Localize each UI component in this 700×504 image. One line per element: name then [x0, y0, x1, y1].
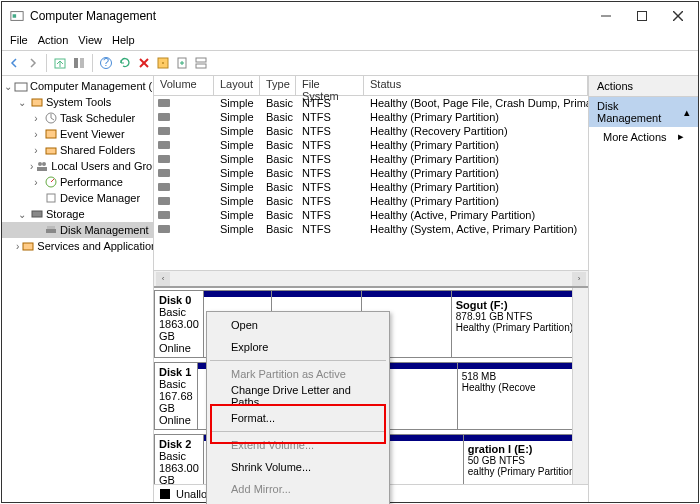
- col-layout[interactable]: Layout: [214, 76, 260, 95]
- menu-action[interactable]: Action: [38, 34, 69, 46]
- tree-event-viewer[interactable]: ›Event Viewer: [2, 126, 153, 142]
- volume-row[interactable]: SimpleBasicNTFSHealthy (System, Active, …: [154, 222, 588, 236]
- svg-rect-17: [196, 64, 206, 68]
- actions-pane: Actions Disk Management▴ More Actions▸: [588, 76, 698, 502]
- minimize-button[interactable]: [588, 3, 624, 29]
- volume-list: Volume Layout Type File System Status Si…: [154, 76, 588, 286]
- layout-icon[interactable]: [193, 55, 209, 71]
- nav-tree: ⌄Computer Management (Local ⌄System Tool…: [2, 76, 154, 502]
- show-hide-icon[interactable]: [71, 55, 87, 71]
- actions-header: Actions: [589, 76, 698, 97]
- menu-view[interactable]: View: [78, 34, 102, 46]
- ctx-shrink-volume[interactable]: Shrink Volume...: [209, 456, 387, 478]
- svg-rect-27: [47, 194, 55, 202]
- close-button[interactable]: [660, 3, 696, 29]
- tree-performance[interactable]: ›Performance: [2, 174, 153, 190]
- back-icon[interactable]: [6, 55, 22, 71]
- tree-system-tools[interactable]: ⌄System Tools: [2, 94, 153, 110]
- maximize-button[interactable]: [624, 3, 660, 29]
- forward-icon[interactable]: [25, 55, 41, 71]
- titlebar: Computer Management: [2, 2, 698, 30]
- legend-swatch-unallocated: [160, 489, 170, 499]
- svg-rect-30: [47, 226, 55, 229]
- tree-root[interactable]: ⌄Computer Management (Local: [2, 78, 153, 94]
- ctx-change-letter[interactable]: Change Drive Letter and Paths...: [209, 385, 387, 407]
- svg-rect-16: [196, 58, 206, 62]
- delete-icon[interactable]: [136, 55, 152, 71]
- window-title: Computer Management: [30, 9, 156, 23]
- disk-header[interactable]: Disk 2Basic1863.00 GBOnline: [154, 434, 203, 484]
- svg-point-24: [42, 162, 46, 166]
- svg-rect-22: [46, 148, 56, 154]
- volume-row[interactable]: SimpleBasicNTFSHealthy (Primary Partitio…: [154, 138, 588, 152]
- ctx-format[interactable]: Format...: [209, 407, 387, 429]
- context-menu: Open Explore Mark Partition as Active Ch…: [206, 311, 390, 504]
- app-icon: [10, 9, 24, 23]
- ctx-extend-volume: Extend Volume...: [209, 434, 387, 456]
- tree-local-users[interactable]: ›Local Users and Groups: [2, 158, 153, 174]
- tree-services-apps[interactable]: ›Services and Applications: [2, 238, 153, 254]
- disk-header[interactable]: Disk 0Basic1863.00 GBOnline: [154, 290, 203, 358]
- actions-more[interactable]: More Actions▸: [589, 127, 698, 146]
- svg-rect-18: [15, 83, 27, 91]
- svg-rect-31: [23, 243, 33, 250]
- help-icon[interactable]: ?: [98, 55, 114, 71]
- new-icon[interactable]: [174, 55, 190, 71]
- up-icon[interactable]: [52, 55, 68, 71]
- volume-row[interactable]: SimpleBasicNTFSHealthy (Primary Partitio…: [154, 194, 588, 208]
- collapse-icon: ▴: [684, 106, 690, 119]
- volume-row[interactable]: SimpleBasicNTFSHealthy (Active, Primary …: [154, 208, 588, 222]
- tree-disk-management[interactable]: Disk Management: [2, 222, 153, 238]
- svg-rect-3: [638, 12, 647, 21]
- tree-shared-folders[interactable]: ›Shared Folders: [2, 142, 153, 158]
- partition[interactable]: Sogut (F:)878.91 GB NTFSHealthy (Primary…: [452, 291, 572, 357]
- toolbar: ?: [2, 50, 698, 76]
- partition[interactable]: 518 MBHealthy (Recove: [458, 363, 572, 429]
- volume-row[interactable]: SimpleBasicNTFSHealthy (Primary Partitio…: [154, 152, 588, 166]
- tree-task-scheduler[interactable]: ›Task Scheduler: [2, 110, 153, 126]
- ctx-mark-active: Mark Partition as Active: [209, 363, 387, 385]
- svg-rect-1: [13, 14, 17, 18]
- svg-rect-21: [46, 130, 56, 138]
- chevron-right-icon: ▸: [678, 130, 684, 143]
- partition[interactable]: gration I (E:)50 GB NTFSealthy (Primary …: [464, 435, 572, 484]
- properties-icon[interactable]: [155, 55, 171, 71]
- svg-text:?: ?: [103, 56, 109, 68]
- svg-rect-28: [32, 211, 42, 217]
- col-type[interactable]: Type: [260, 76, 296, 95]
- svg-point-23: [38, 162, 42, 166]
- menubar: File Action View Help: [2, 30, 698, 50]
- menu-help[interactable]: Help: [112, 34, 135, 46]
- refresh-icon[interactable]: [117, 55, 133, 71]
- col-status[interactable]: Status: [364, 76, 588, 95]
- col-volume[interactable]: Volume: [154, 76, 214, 95]
- ctx-explore[interactable]: Explore: [209, 336, 387, 358]
- tree-storage[interactable]: ⌄Storage: [2, 206, 153, 222]
- actions-selected[interactable]: Disk Management▴: [589, 97, 698, 127]
- volume-row[interactable]: SimpleBasicNTFSHealthy (Primary Partitio…: [154, 166, 588, 180]
- ctx-open[interactable]: Open: [209, 314, 387, 336]
- volume-row[interactable]: SimpleBasicNTFSHealthy (Recovery Partiti…: [154, 124, 588, 138]
- svg-rect-25: [37, 167, 47, 171]
- volume-row[interactable]: SimpleBasicNTFSHealthy (Boot, Page File,…: [154, 96, 588, 110]
- volume-list-header: Volume Layout Type File System Status: [154, 76, 588, 96]
- svg-rect-19: [32, 99, 42, 106]
- svg-rect-29: [46, 229, 56, 233]
- volume-row[interactable]: SimpleBasicNTFSHealthy (Primary Partitio…: [154, 110, 588, 124]
- ctx-delete-volume[interactable]: Delete Volume...: [209, 500, 387, 504]
- tree-device-manager[interactable]: Device Manager: [2, 190, 153, 206]
- ctx-add-mirror: Add Mirror...: [209, 478, 387, 500]
- v-scrollbar[interactable]: [572, 288, 588, 484]
- svg-rect-8: [80, 58, 84, 68]
- col-filesystem[interactable]: File System: [296, 76, 364, 95]
- svg-rect-7: [74, 58, 78, 68]
- svg-point-14: [162, 62, 164, 64]
- h-scrollbar[interactable]: ‹›: [154, 270, 588, 286]
- disk-header[interactable]: Disk 1Basic167.68 GBOnline: [154, 362, 197, 430]
- menu-file[interactable]: File: [10, 34, 28, 46]
- volume-row[interactable]: SimpleBasicNTFSHealthy (Primary Partitio…: [154, 180, 588, 194]
